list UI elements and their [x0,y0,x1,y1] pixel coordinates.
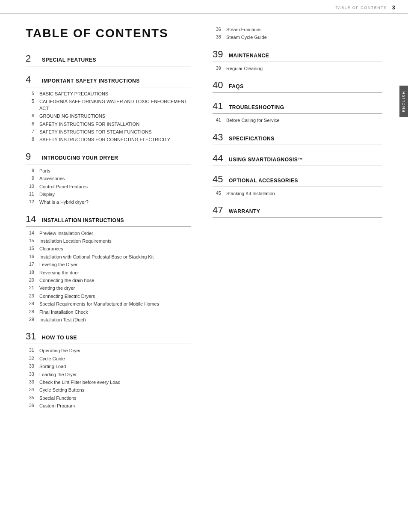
item-text: Loading the Dryer [39,372,77,378]
section-items-1: 5BASIC SAFETY PRECAUTIONS5CALIFORNIA SAF… [26,91,191,143]
item-text: Before Calling for Service [226,117,280,124]
item-number: 12 [26,199,34,204]
page-header: TABLE OF CONTENTS 3 [0,0,408,14]
list-item: 12What is a Hybrid dryer? [26,199,191,205]
item-text: Cycle Guide [39,356,65,362]
item-number: 21 [26,285,34,290]
section-header-5: 44USING SMARTDIAGNOSIS™ [213,153,382,166]
section-title-7: WARRANTY [229,208,260,214]
item-text: Steam Functions [226,27,262,33]
section-number-4: 43 [213,132,225,143]
item-number: 34 [26,387,34,392]
item-text: Clearances [39,246,63,252]
list-item: 41Before Calling for Service [213,117,382,124]
item-text: Display [39,191,55,198]
item-text: Custom Program [39,403,75,409]
list-item: 31Operating the Dryer [26,348,191,354]
section-title-4: HOW TO USE [42,335,77,341]
item-number: 15 [26,238,34,243]
section-title-2: INTRODUCING YOUR DRYER [42,155,118,161]
section-header-2: 40FAQS [213,80,382,93]
item-number: 23 [26,293,34,298]
item-text: Regular Cleaning [226,65,263,72]
section-1: 39MAINTENANCE39Regular Cleaning [213,49,382,72]
item-text: Stacking Kit Installation [226,190,275,197]
left-column: TABLE OF CONTENTS 2SPECIAL FEATURES4IMPO… [26,27,204,417]
item-text: CALIFORNIA SAFE DRINKING WATER AND TOXIC… [39,98,191,112]
item-text: Steam Cycle Guide [226,34,267,41]
item-number: 18 [26,270,34,275]
section-number-3: 41 [213,101,225,112]
item-text: Connecting the drain hose [39,277,94,284]
item-text: Sorting Load [39,363,66,370]
item-number: 16 [26,254,34,259]
list-item: 5CALIFORNIA SAFE DRINKING WATER AND TOXI… [26,98,191,112]
section-title-6: OPTIONAL ACCESSORIES [229,178,298,184]
item-number: 36 [26,403,34,408]
list-item: 18Reversing the door [26,270,191,276]
list-item: 16Installation with Optional Pedestal Ba… [26,254,191,260]
list-item: 34Cycle Setting Buttons [26,387,191,393]
section-header-3: 14INSTALLATION INSTRUCTIONS [26,214,191,227]
section-number-6: 45 [213,174,225,185]
item-number: 9 [26,168,34,173]
item-number: 45 [213,190,221,196]
list-item: 7SAFETY INSTRUCTIONS FOR STEAM FUNCTIONS [26,129,191,135]
section-0: 36Steam Functions38Steam Cycle Guide [213,27,382,41]
section-title-1: IMPORTANT SAFETY INSTRUCTIONS [42,78,140,84]
section-4: 31HOW TO USE31Operating the Dryer32Cycle… [26,331,191,409]
page-number: 3 [392,4,395,11]
section-title-1: MAINTENANCE [229,53,269,59]
item-text: Special Functions [39,395,77,401]
item-text: Connecting Electric Dryers [39,293,95,300]
list-item: 35Special Functions [26,395,191,401]
list-item: 20Connecting the drain hose [26,277,191,284]
item-number: 17 [26,262,34,267]
left-sections: 2SPECIAL FEATURES4IMPORTANT SAFETY INSTR… [26,53,191,410]
right-sections: 36Steam Functions38Steam Cycle Guide39MA… [213,27,382,218]
item-number: 33 [26,372,34,377]
section-number-2: 9 [26,151,38,162]
section-items-4: 31Operating the Dryer32Cycle Guide33Sort… [26,348,191,409]
item-text: SAFETY INSTRUCTIONS FOR INSTALLATION [39,121,139,128]
item-text: GROUNDING INSTRUCTIONS [39,113,105,119]
section-title-5: USING SMARTDIAGNOSIS™ [229,157,303,163]
list-item: 32Cycle Guide [26,356,191,362]
item-text: Venting the dryer [39,285,75,291]
section-number-0: 2 [26,53,38,64]
item-text: Preview Installation Order [39,230,93,237]
list-item: 36Custom Program [26,403,191,409]
section-6: 45OPTIONAL ACCESSORIES45Stacking Kit Ins… [213,174,382,197]
header-label: TABLE OF CONTENTS [335,6,387,10]
section-header-1: 4IMPORTANT SAFETY INSTRUCTIONS [26,74,191,87]
item-number: 20 [26,277,34,282]
section-3: 14INSTALLATION INSTRUCTIONS14Preview Ins… [26,214,191,324]
list-item: 6GROUNDING INSTRUCTIONS [26,113,191,119]
item-text: Operating the Dryer [39,348,81,354]
item-number: 6 [26,121,34,126]
item-text: Installation Test (Duct) [39,317,86,323]
item-number: 6 [26,113,34,118]
item-number: 28 [26,301,34,306]
item-text: Installation Location Requirements [39,238,112,244]
item-text: Reversing the door [39,270,79,276]
list-item: 5BASIC SAFETY PRECAUTIONS [26,91,191,97]
list-item: 33Check the Lint Filter before every Loa… [26,379,191,386]
item-text: Installation with Optional Pedestal Base… [39,254,154,260]
section-number-2: 40 [213,80,225,91]
list-item: 8SAFETY INSTRUCTIONS FOR CONNECTING ELEC… [26,137,191,143]
list-item: 33Sorting Load [26,363,191,370]
item-number: 41 [213,117,221,122]
section-number-5: 44 [213,153,225,164]
item-text: BASIC SAFETY PRECAUTIONS [39,91,108,97]
section-items-6: 45Stacking Kit Installation [213,190,382,197]
list-item: 33Loading the Dryer [26,372,191,378]
item-text: Cycle Setting Buttons [39,387,84,393]
section-number-4: 31 [26,331,38,342]
section-header-0: 2SPECIAL FEATURES [26,53,191,66]
item-number: 28 [26,309,34,314]
item-text: Accessories [39,175,65,182]
list-item: 28Final Installation Check [26,309,191,315]
list-item: 11Display [26,191,191,198]
item-number: 8 [26,137,34,142]
